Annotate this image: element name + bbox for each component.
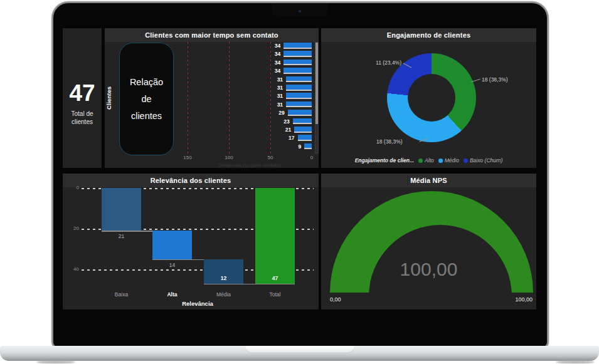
laptop-notch	[272, 3, 328, 17]
x-tick-label: 100	[220, 155, 238, 160]
x-axis-title: Tempo dia (s) (sem contato)	[187, 162, 312, 168]
bar-value-label: 47	[255, 275, 295, 281]
cliente-bar[interactable]	[304, 143, 312, 150]
laptop-foot	[556, 361, 595, 363]
waterfall-bar-baixa[interactable]	[102, 188, 141, 231]
cliente-bar[interactable]	[286, 101, 312, 108]
x-tick-label: 50	[261, 155, 280, 160]
cliente-bar[interactable]	[284, 68, 312, 74]
x-tick-label: 150	[178, 155, 197, 160]
bar-value-label: 34	[275, 60, 280, 66]
y-tick-label: 20	[64, 226, 79, 232]
cliente-bar[interactable]	[294, 127, 312, 133]
connector-line	[204, 284, 295, 285]
panel-relevancia-clientes: Relevância dos clientes Relevância 02040…	[63, 174, 319, 309]
bar-value-label: 34	[275, 68, 280, 75]
bar-value-label: 12	[204, 275, 243, 281]
donut-legend: Engajamento de clien... AltoMédioBaixo (…	[321, 157, 536, 164]
relacao-de-clientes-overlay[interactable]: Relação de clientes	[119, 43, 174, 155]
panel-engajamento-clientes: Engajamento de clientes 18 (38,3%) 11 (2…	[321, 28, 536, 168]
cliente-bar[interactable]	[286, 93, 312, 99]
donut-plot: 18 (38,3%) 11 (23,4%) 18 (38,3%) Engajam…	[321, 42, 536, 168]
bar-value-label: 34	[275, 51, 280, 58]
gauge-max-label: 100,00	[515, 296, 533, 303]
bar-value-label: 17	[289, 135, 294, 142]
legend-dot	[464, 159, 468, 163]
bar-value-label: 21	[102, 233, 141, 239]
slice-label-medio: 18 (38,3%)	[376, 138, 403, 145]
bar-value-label: 31	[277, 85, 283, 91]
bar-value-label: 23	[284, 118, 289, 125]
x-tick-label: 0	[302, 155, 321, 160]
waterfall-bar-total[interactable]	[255, 188, 295, 284]
laptop-dashboard-mockup: 47 Total de clientes Clientes com maior …	[0, 0, 599, 364]
category-label-média: Média	[199, 291, 249, 298]
legend-dot	[438, 159, 443, 163]
webcam-icon	[299, 10, 301, 13]
legend-item-alto[interactable]: Alto	[418, 157, 434, 164]
panel-tempo-sem-contato: Clientes com maior tempo sem contato Cli…	[105, 28, 319, 168]
laptop-lid: 47 Total de clientes Clientes com maior …	[53, 3, 547, 347]
legend-label: Alto	[425, 157, 434, 164]
bar-value-label: 9	[298, 143, 301, 150]
legend-label: Baixo (Churn)	[470, 157, 502, 164]
category-label-baixa: Baixa	[97, 291, 147, 298]
waterfall-plot: Relevância 0204021Baixa14Alta12Média47To…	[63, 187, 319, 309]
bar-value-label: 31	[277, 101, 283, 108]
cliente-bar[interactable]	[286, 85, 312, 91]
y-tick-label: 40	[64, 266, 79, 273]
legend-label: Médio	[445, 157, 459, 164]
panel-title: Clientes com maior tempo sem contato	[105, 28, 319, 42]
leader-line	[471, 79, 480, 83]
bar-value-label: 29	[278, 110, 284, 117]
legend-item-baixo-churn-[interactable]: Baixo (Churn)	[464, 157, 502, 164]
scrollbar[interactable]	[315, 42, 319, 153]
panel-title: Engajamento de clientes	[321, 28, 536, 42]
gauge-value: 100,00	[321, 259, 536, 280]
bar-value-label: 14	[152, 262, 192, 268]
slice-label-alto: 18 (38,3%)	[482, 76, 508, 83]
gauge-plot: 100,00 0,00 100,00	[321, 187, 536, 309]
bar-value-label: 34	[275, 43, 280, 49]
tenure-plot: Clientes 3434343431313131292321179 Relaç…	[105, 42, 319, 168]
cliente-bar[interactable]	[286, 76, 312, 83]
gauge-min-label: 0,00	[330, 296, 341, 303]
cliente-bar[interactable]	[293, 118, 312, 125]
legend-title: Engajamento de clien...	[355, 157, 414, 164]
panel-title: Relevância dos clientes	[63, 174, 319, 187]
donut-hole	[408, 74, 455, 122]
panel-title: Média NPS	[321, 174, 536, 187]
cliente-bar[interactable]	[288, 110, 312, 116]
legend-dot	[418, 159, 423, 163]
kpi-value: 47	[69, 81, 95, 105]
kpi-card-total-clientes[interactable]: 47 Total de clientes	[63, 28, 102, 168]
x-axis-title: Relevância	[82, 300, 314, 307]
y-tick-label: 0	[64, 185, 79, 191]
cliente-bar[interactable]	[298, 135, 312, 141]
laptop-base	[0, 346, 599, 361]
cliente-bar[interactable]	[284, 60, 312, 66]
laptop-foot	[36, 361, 75, 363]
waterfall-bar-alta[interactable]	[152, 231, 192, 259]
donut-chart[interactable]	[387, 53, 476, 142]
bar-value-label: 21	[285, 127, 291, 133]
legend-item-m-dio[interactable]: Médio	[438, 157, 459, 164]
cliente-bar[interactable]	[284, 43, 312, 49]
slice-label-baixo: 11 (23,4%)	[353, 60, 401, 66]
laptop-lift-groove	[245, 346, 355, 353]
cliente-bar[interactable]	[284, 51, 312, 57]
category-label-total: Total	[250, 291, 300, 298]
kpi-label: Total de clientes	[71, 110, 93, 126]
category-label-alta: Alta	[147, 291, 198, 298]
bar-value-label: 31	[277, 76, 283, 83]
panel-media-nps: Média NPS 100,00 0,00 100,00	[321, 174, 536, 309]
bar-value-label: 31	[277, 93, 283, 100]
scrollbar-thumb[interactable]	[315, 43, 318, 124]
